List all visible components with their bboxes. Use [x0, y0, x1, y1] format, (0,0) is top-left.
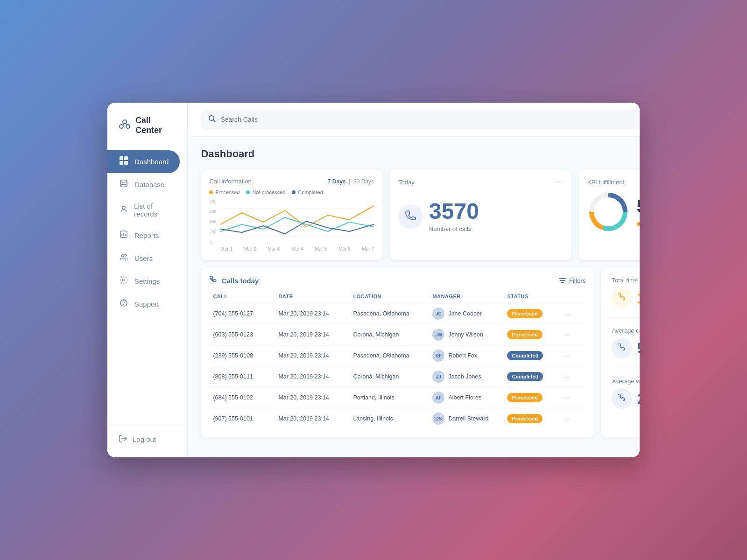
call-location: Corona, Michigan: [353, 373, 432, 380]
call-manager: RF Robert Fox: [432, 350, 507, 362]
search-input[interactable]: [220, 116, 637, 123]
col-location: LOCATION: [353, 294, 432, 299]
call-manager: JJ Jacob Jones: [432, 371, 507, 383]
col-call: CALL: [213, 294, 278, 299]
filters-button[interactable]: Filters: [559, 277, 585, 284]
table-row[interactable]: (239) 555-0108 Mar 20, 2019 23:14 Pasade…: [209, 345, 585, 366]
top-cards: Call information 7 Days | 30 Days Proces…: [201, 169, 640, 260]
sidebar-label-database: Database: [134, 181, 164, 189]
sidebar-label-reports: Reports: [134, 231, 159, 239]
table-row[interactable]: (603) 555-0123 Mar 20, 2019 23:14 Corona…: [209, 324, 585, 345]
table-row[interactable]: (907) 555-0101 Mar 20, 2019 23:14 Lansin…: [209, 408, 585, 429]
call-date: Mar 20, 2019 23:14: [278, 373, 353, 380]
svg-line-3: [123, 124, 124, 126]
table-row[interactable]: (684) 555-0102 Mar 20, 2019 23:14 Portla…: [209, 387, 585, 408]
avg-call-icon: [612, 338, 632, 358]
calls-label: Number of calls: [429, 225, 479, 232]
sidebar-nav: Dashboard Database: [107, 147, 187, 425]
today-title: Today: [398, 179, 415, 186]
sidebar-item-list-records[interactable]: List of records: [107, 196, 187, 224]
row-menu[interactable]: ···: [563, 352, 582, 359]
call-location: Corona, Michigan: [353, 331, 432, 338]
call-info-header: Call information 7 Days | 30 Days: [209, 178, 374, 185]
call-status: Completed: [507, 373, 563, 380]
svg-point-10: [122, 206, 125, 209]
avg-call-value: 5.4: [637, 339, 640, 357]
call-status: Processed: [507, 331, 563, 338]
manager-avatar: JC: [432, 308, 444, 320]
filter-30days[interactable]: 30 Days: [353, 178, 374, 185]
logo-icon: [119, 119, 131, 132]
call-manager: JW Jenny Wilson: [432, 329, 507, 341]
chart-legend: Processed Not processed Completed: [209, 189, 374, 195]
manager-avatar: JJ: [432, 371, 444, 383]
call-manager: AF Albert Flores: [432, 392, 507, 404]
sidebar-label-dashboard: Dashboard: [134, 158, 169, 166]
sidebar-item-dashboard[interactable]: Dashboard: [107, 150, 180, 173]
call-manager: DS Darrell Steward: [432, 413, 507, 425]
table-row[interactable]: (808) 555-0111 Mar 20, 2019 23:14 Corona…: [209, 366, 585, 387]
table-body: (704) 555-0127 Mar 20, 2019 23:14 Pasade…: [209, 303, 585, 429]
sidebar-label-users: Users: [134, 254, 153, 262]
avg-wait-block: Average wait time 2.4 min -5.4%: [612, 378, 640, 409]
table-header: CALL DATE LOCATION MANAGER STATUS: [209, 292, 585, 301]
sidebar-item-users[interactable]: Users: [107, 247, 187, 270]
kpi-percent: 50%: [637, 197, 640, 217]
filter-7days[interactable]: 7 Days: [328, 178, 346, 185]
dashboard-content: Dashboard Call information 7 Days | 30 D…: [188, 137, 640, 457]
calls-today-phone-icon: [209, 276, 217, 285]
row-menu[interactable]: ···: [563, 394, 582, 401]
call-number: (239) 555-0108: [213, 352, 278, 359]
legend-not-processed: Not processed: [246, 189, 285, 195]
calls-today-header: Calls today Filters: [209, 276, 585, 285]
row-menu[interactable]: ···: [563, 310, 582, 317]
right-stats-panel: ··· Total time 146 min: [601, 267, 640, 437]
row-menu[interactable]: ···: [563, 415, 582, 422]
calls-today-title: Calls today: [209, 276, 259, 285]
call-status: Processed: [507, 394, 563, 401]
manager-avatar: AF: [432, 392, 444, 404]
sidebar-item-database[interactable]: Database: [107, 173, 187, 196]
status-badge: Completed: [507, 372, 543, 381]
row-menu[interactable]: ···: [563, 331, 582, 338]
col-manager: MANAGER: [432, 294, 507, 299]
donut-chart: [587, 191, 629, 233]
today-menu[interactable]: ···: [555, 178, 563, 186]
table-row[interactable]: (704) 555-0127 Mar 20, 2019 23:14 Pasade…: [209, 303, 585, 324]
col-actions: [563, 294, 582, 299]
legend-label-completed: Completed: [298, 189, 323, 195]
database-icon: [119, 179, 129, 190]
kpi-percent-block: 50% Processed Not processed: [637, 197, 640, 227]
kpi-legend: Processed Not processed Completed: [637, 221, 640, 227]
search-bar[interactable]: [201, 110, 640, 129]
today-header: Today ···: [398, 178, 563, 186]
sidebar-item-support[interactable]: Support: [107, 293, 187, 315]
call-number: (704) 555-0127: [213, 310, 278, 317]
separator-2: [612, 368, 640, 368]
row-menu[interactable]: ···: [563, 373, 582, 380]
avg-wait-label: Average wait time: [612, 378, 640, 385]
sidebar-item-settings[interactable]: Settings: [107, 270, 187, 293]
sidebar-item-reports[interactable]: Reports: [107, 224, 187, 247]
call-info-card: Call information 7 Days | 30 Days Proces…: [201, 169, 382, 260]
calls-phone-icon: [398, 204, 423, 229]
svg-point-15: [122, 255, 124, 257]
manager-name: Darrell Steward: [448, 415, 488, 422]
main-content: 1 Leslie Alexander Active Manager: [188, 103, 640, 457]
kpi-header: KPI fulfillment ···: [587, 178, 640, 186]
call-location: Lansing, Illinois: [353, 415, 432, 422]
logout-button[interactable]: Log out: [119, 434, 176, 444]
svg-rect-7: [120, 161, 123, 165]
sidebar-label-settings: Settings: [134, 277, 160, 285]
calls-count-area: 3570 Number of calls: [398, 200, 563, 232]
svg-point-16: [125, 254, 127, 256]
svg-point-0: [120, 125, 123, 128]
call-number: (907) 555-0101: [213, 415, 278, 422]
bottom-row: Calls today Filters C: [201, 267, 640, 437]
col-date: DATE: [278, 294, 353, 299]
logout-label: Log out: [133, 435, 156, 443]
total-time-value: 146: [637, 289, 640, 307]
call-date: Mar 20, 2019 23:14: [278, 331, 353, 338]
manager-avatar: RF: [432, 350, 444, 362]
avg-call-label: Average call time: [612, 327, 640, 334]
